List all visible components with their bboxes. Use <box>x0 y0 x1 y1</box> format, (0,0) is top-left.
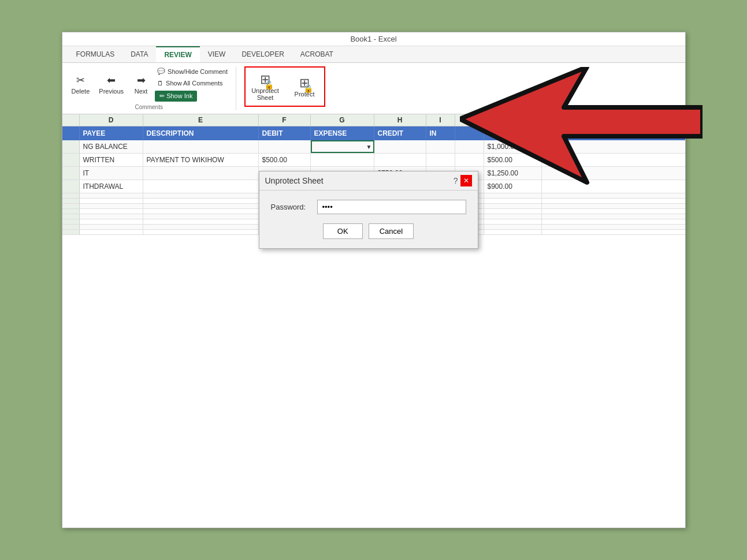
cell-k11[interactable] <box>484 225 542 229</box>
cell-k10[interactable] <box>484 219 542 224</box>
col-header-g[interactable]: G <box>311 114 374 126</box>
cell-k12[interactable] <box>484 230 542 234</box>
show-hide-icon: 💬 <box>157 68 165 75</box>
header-debit: DEBIT <box>259 126 311 140</box>
next-label: Next <box>135 88 148 95</box>
delete-label: Delete <box>72 88 90 95</box>
cell-e6[interactable] <box>143 199 259 203</box>
cell-d9[interactable] <box>80 214 143 219</box>
dialog-help-button[interactable]: ? <box>454 175 458 186</box>
show-all-comments-button[interactable]: 🗒 Show All Comments <box>155 79 230 88</box>
header-col-j <box>455 126 484 140</box>
col-header-k[interactable]: K <box>484 114 542 126</box>
cell-j2[interactable] <box>455 154 484 166</box>
cell-h1[interactable] <box>374 140 426 153</box>
protect-icon-container: ⊞ 🔒 <box>299 76 310 91</box>
cell-d4[interactable]: ITHDRAWAL <box>80 180 143 193</box>
row-num-3 <box>62 167 80 180</box>
cell-f2[interactable]: $500.00 <box>259 154 311 166</box>
cell-e9[interactable] <box>143 214 259 219</box>
cell-e11[interactable] <box>143 225 259 229</box>
dialog-actions: OK Cancel <box>271 223 466 239</box>
unprotect-sheet-button[interactable]: ⊞ 🔓 Unprotect Sheet <box>248 70 283 103</box>
cell-e4[interactable] <box>143 180 259 193</box>
cell-d10[interactable] <box>80 219 143 224</box>
cell-e3[interactable] <box>143 167 259 180</box>
cell-e5[interactable] <box>143 193 259 198</box>
cell-k2[interactable]: $500.00 <box>484 154 542 166</box>
cell-f1[interactable] <box>259 140 311 153</box>
cell-d5[interactable] <box>80 193 143 198</box>
header-row-num <box>62 126 80 140</box>
delete-button[interactable]: ✂ Delete <box>68 72 94 97</box>
cell-k9[interactable] <box>484 214 542 219</box>
dialog-ok-button[interactable]: OK <box>323 223 363 239</box>
ribbon-tabs: FORMULAS DATA REVIEW VIEW DEVELOPER ACRO… <box>62 46 685 63</box>
cell-g2[interactable] <box>311 154 374 166</box>
cell-e1[interactable] <box>143 140 259 153</box>
row-num-11 <box>62 225 80 229</box>
cell-i2[interactable] <box>426 154 455 166</box>
title-bar: Book1 - Excel <box>62 32 685 46</box>
col-header-j[interactable]: J <box>455 114 484 126</box>
cell-h2[interactable] <box>374 154 426 166</box>
cell-k3[interactable]: $1,250.00 <box>484 167 542 180</box>
cell-k7[interactable] <box>484 204 542 208</box>
cell-j1[interactable] <box>455 140 484 153</box>
cell-d1[interactable]: NG BALANCE <box>80 140 143 153</box>
tab-data[interactable]: DATA <box>122 47 156 62</box>
cell-k1[interactable]: $1,000.00 <box>484 140 542 153</box>
tab-developer[interactable]: DEVELOPER <box>233 47 292 62</box>
dialog-password-field: Password: <box>271 200 466 214</box>
protect-button[interactable]: ⊞ 🔒 Protect <box>287 73 322 100</box>
row-num-10 <box>62 219 80 224</box>
col-header-d[interactable]: D <box>80 114 143 126</box>
cell-d6[interactable] <box>80 199 143 203</box>
cell-k6[interactable] <box>484 199 542 203</box>
table-row: NG BALANCE ▼ $1,000.00 <box>62 140 685 154</box>
protect-lock-icon: 🔒 <box>303 84 313 93</box>
col-header-h[interactable]: H <box>374 114 426 126</box>
cell-e2[interactable]: PAYMENT TO WIKIHOW <box>143 154 259 166</box>
col-header-f[interactable]: F <box>259 114 311 126</box>
col-header-e[interactable]: E <box>143 114 259 126</box>
lock-icon: 🔓 <box>264 80 274 89</box>
row-num-8 <box>62 209 80 214</box>
cell-d12[interactable] <box>80 230 143 234</box>
show-all-label: Show All Comments <box>166 80 222 87</box>
dialog-close-button[interactable]: ✕ <box>460 175 472 186</box>
cell-k8[interactable] <box>484 209 542 214</box>
cell-d7[interactable] <box>80 204 143 208</box>
cell-i1[interactable] <box>426 140 455 153</box>
dropdown-indicator[interactable]: ▼ <box>366 144 372 150</box>
next-button[interactable]: ➡ Next <box>129 72 153 97</box>
cell-g1[interactable]: ▼ <box>311 140 374 153</box>
cell-e10[interactable] <box>143 219 259 224</box>
show-hide-comment-button[interactable]: 💬 Show/Hide Comment <box>155 66 230 76</box>
cell-d3[interactable]: IT <box>80 167 143 180</box>
comments-buttons-row: ✂ Delete ⬅ Previous ➡ Next 💬 Show <box>68 66 231 102</box>
row-num-7 <box>62 204 80 208</box>
cell-k4[interactable]: $900.00 <box>484 180 542 193</box>
cell-d11[interactable] <box>80 225 143 229</box>
cell-d8[interactable] <box>80 209 143 214</box>
show-ink-label: Show Ink <box>166 92 192 99</box>
tab-formulas[interactable]: FORMULAS <box>68 47 123 62</box>
dialog-cancel-button[interactable]: Cancel <box>369 223 414 239</box>
spreadsheet-header-row: PAYEE DESCRIPTION DEBIT EXPENSE CREDIT I… <box>62 126 685 140</box>
previous-button[interactable]: ⬅ Previous <box>95 72 127 97</box>
cell-d2[interactable]: WRITTEN <box>80 154 143 166</box>
col-header-i[interactable]: I <box>426 114 455 126</box>
cell-k5[interactable] <box>484 193 542 198</box>
cell-e12[interactable] <box>143 230 259 234</box>
cell-e8[interactable] <box>143 209 259 214</box>
tab-review[interactable]: REVIEW <box>156 46 199 62</box>
show-ink-button[interactable]: ✏ Show Ink <box>155 91 197 102</box>
header-description: DESCRIPTION <box>143 126 259 140</box>
tab-acrobat[interactable]: ACROBAT <box>292 47 341 62</box>
cell-e7[interactable] <box>143 204 259 208</box>
tab-view[interactable]: VIEW <box>200 47 234 62</box>
show-ink-container: ✏ Show Ink <box>155 90 230 102</box>
column-header-row: D E F G H I J K <box>62 114 685 126</box>
dialog-password-input[interactable] <box>317 200 466 214</box>
